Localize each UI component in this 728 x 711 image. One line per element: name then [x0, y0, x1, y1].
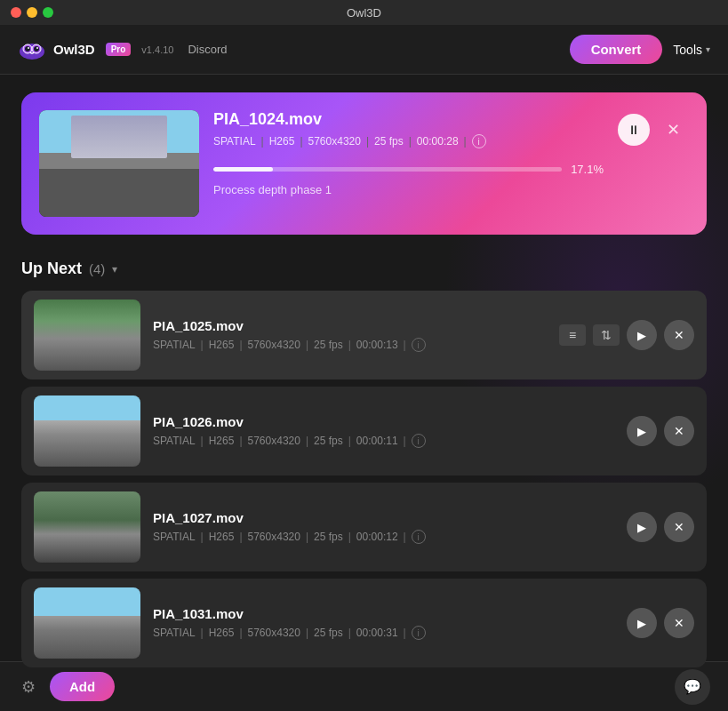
tools-chevron-icon: ▾ [706, 44, 710, 54]
processing-filename: PIA_1024.mov [213, 110, 604, 129]
queue-thumb-1 [34, 300, 140, 371]
queue-info-4: PIA_1031.mov SPATIAL | H265 | 5760x4320 … [153, 606, 614, 640]
chat-icon: 💬 [684, 678, 701, 695]
q2-codec: SPATIAL [153, 435, 196, 447]
q2-duration: 00:00:11 [356, 435, 398, 447]
queue-thumb-image-4 [34, 587, 140, 659]
q1-fps: 25 fps [314, 339, 343, 351]
play-icon-3: ▶ [637, 521, 646, 534]
play-icon-1: ▶ [637, 329, 646, 342]
progress-bar-fill [213, 167, 273, 172]
processing-info: PIA_1024.mov SPATIAL | H265 | 5760x4320 … [213, 110, 604, 196]
q4-resolution: 5760x4320 [248, 627, 300, 639]
q1-resolution: 5760x4320 [248, 339, 300, 351]
close-traffic-light[interactable] [11, 7, 21, 18]
up-next-count: (4) [89, 261, 105, 276]
progress-row: 17.1% [213, 163, 604, 176]
queue-remove-button-4[interactable]: ✕ [664, 608, 694, 638]
up-next-title: Up Next [21, 260, 82, 278]
svg-point-4 [34, 46, 39, 52]
q3-info-icon[interactable]: i [412, 530, 426, 544]
add-button[interactable]: Add [50, 672, 115, 701]
q3-codec: SPATIAL [153, 531, 196, 543]
queue-remove-button-3[interactable]: ✕ [664, 512, 694, 542]
queue-reorder-button-1[interactable]: ⇅ [593, 324, 620, 346]
queue-thumb-3 [34, 491, 140, 563]
queue-info-1: PIA_1025.mov SPATIAL | H265 | 5760x4320 … [153, 318, 547, 352]
queue-thumb-image-1 [34, 300, 140, 371]
close-icon: ✕ [667, 120, 680, 140]
q3-format: H265 [209, 531, 235, 543]
q3-fps: 25 fps [314, 531, 343, 543]
chat-button[interactable]: 💬 [675, 669, 710, 705]
up-next-header: Up Next (4) ▾ [21, 260, 707, 278]
logo-area: Owl3D Pro v1.4.10 [18, 39, 173, 60]
queue-meta-2: SPATIAL | H265 | 5760x4320 | 25 fps | 00… [153, 434, 614, 448]
queue-filename-2: PIA_1026.mov [153, 414, 614, 429]
processing-duration: 00:00:28 [417, 135, 459, 148]
maximize-traffic-light[interactable] [43, 7, 53, 18]
processing-format: H265 [269, 135, 295, 148]
play-icon-4: ▶ [637, 617, 646, 630]
queue-controls-3: ▶ ✕ [627, 512, 694, 542]
queue-play-button-3[interactable]: ▶ [627, 512, 657, 542]
app-name-label: Owl3D [53, 42, 95, 57]
progress-percentage: 17.1% [571, 163, 604, 176]
minimize-traffic-light[interactable] [27, 7, 37, 18]
pro-badge: Pro [106, 43, 132, 56]
queue-menu-button-1[interactable]: ≡ [559, 324, 586, 346]
queue-controls-2: ▶ ✕ [627, 416, 694, 446]
pause-button[interactable]: ⏸ [618, 114, 650, 146]
q2-resolution: 5760x4320 [248, 435, 300, 447]
svg-point-0 [20, 44, 44, 60]
q4-format: H265 [209, 627, 235, 639]
close-icon-1: ✕ [674, 328, 684, 342]
play-icon-2: ▶ [637, 425, 646, 438]
processing-thumbnail [39, 110, 199, 217]
queue-info-2: PIA_1026.mov SPATIAL | H265 | 5760x4320 … [153, 414, 614, 448]
queue-thumb-image-2 [34, 395, 140, 467]
queue-play-button-1[interactable]: ▶ [627, 320, 657, 350]
q4-fps: 25 fps [314, 627, 343, 639]
processing-card: PIA_1024.mov SPATIAL | H265 | 5760x4320 … [21, 92, 707, 235]
title-bar: Owl3D [0, 0, 728, 25]
q4-info-icon[interactable]: i [412, 626, 426, 640]
processing-codec: SPATIAL [213, 135, 256, 148]
processing-resolution: 5760x4320 [308, 135, 361, 148]
q2-info-icon[interactable]: i [412, 434, 426, 448]
settings-button[interactable]: ⚙ [18, 674, 39, 700]
q1-duration: 00:00:13 [356, 339, 398, 351]
queue-remove-button-2[interactable]: ✕ [664, 416, 694, 446]
owl-logo-icon [18, 39, 46, 60]
q2-format: H265 [209, 435, 235, 447]
svg-point-5 [28, 47, 29, 49]
q3-duration: 00:00:12 [356, 531, 398, 543]
queue-item: PIA_1026.mov SPATIAL | H265 | 5760x4320 … [21, 387, 707, 475]
processing-meta: SPATIAL | H265 | 5760x4320 | 25 fps | 00… [213, 134, 604, 148]
queue-info-3: PIA_1027.mov SPATIAL | H265 | 5760x4320 … [153, 510, 614, 544]
processing-thumb-image [39, 110, 199, 217]
bottom-bar: ⚙ Add 💬 [0, 661, 728, 711]
discord-link[interactable]: Discord [188, 43, 227, 56]
queue-remove-button-1[interactable]: ✕ [664, 320, 694, 350]
queue-item: PIA_1031.mov SPATIAL | H265 | 5760x4320 … [21, 579, 707, 667]
q3-resolution: 5760x4320 [248, 531, 300, 543]
queue-thumb-4 [34, 587, 140, 659]
close-icon-2: ✕ [674, 424, 684, 438]
svg-point-3 [25, 46, 30, 52]
queue-play-button-4[interactable]: ▶ [627, 608, 657, 638]
convert-button[interactable]: Convert [570, 35, 663, 64]
tools-button[interactable]: Tools ▾ [673, 43, 710, 57]
processing-info-icon[interactable]: i [472, 134, 486, 148]
q1-info-icon[interactable]: i [412, 338, 426, 352]
queue-item: PIA_1027.mov SPATIAL | H265 | 5760x4320 … [21, 483, 707, 571]
q4-codec: SPATIAL [153, 627, 196, 639]
cancel-processing-button[interactable]: ✕ [657, 114, 689, 146]
main-content: PIA_1024.mov SPATIAL | H265 | 5760x4320 … [0, 75, 728, 711]
queue-item: PIA_1025.mov SPATIAL | H265 | 5760x4320 … [21, 291, 707, 379]
queue-play-button-2[interactable]: ▶ [627, 416, 657, 446]
queue-filename-1: PIA_1025.mov [153, 318, 547, 333]
up-next-chevron-icon[interactable]: ▾ [112, 263, 117, 276]
q1-codec: SPATIAL [153, 339, 196, 351]
processing-controls: ⏸ ✕ [618, 110, 689, 146]
